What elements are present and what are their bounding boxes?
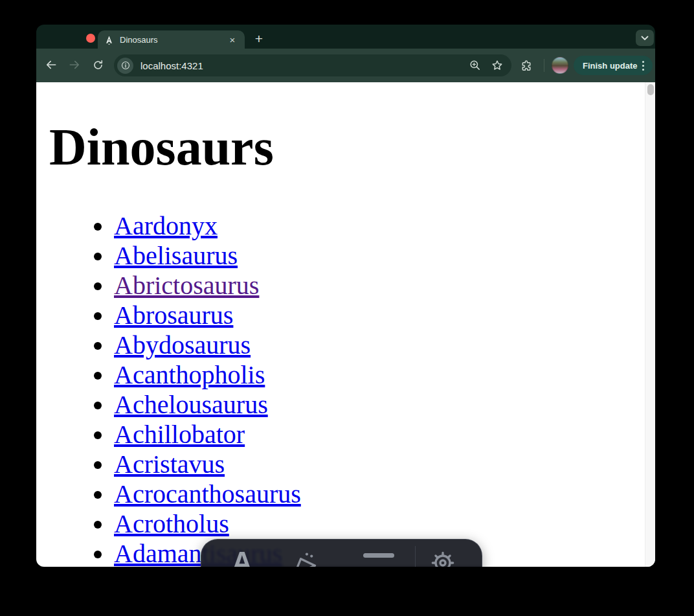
back-button[interactable] bbox=[40, 54, 62, 76]
inspect-arrow-icon[interactable] bbox=[289, 549, 320, 567]
tab-dinosaurs[interactable]: Dinosaurs × bbox=[98, 30, 245, 49]
astro-logo-icon[interactable]: A bbox=[226, 546, 258, 567]
list-item: Acanthopholis bbox=[114, 360, 642, 390]
tab-close-icon[interactable]: × bbox=[227, 34, 238, 45]
browser-window: Dinosaurs × + bbox=[36, 25, 655, 567]
dinosaur-link[interactable]: Achelousaurus bbox=[114, 390, 268, 419]
list-item: Abydosaurus bbox=[114, 330, 642, 360]
address-bar[interactable]: localhost:4321 bbox=[114, 54, 511, 76]
dinosaur-link[interactable]: Acrocanthosaurus bbox=[114, 479, 301, 508]
list-item: Abrictosaurus bbox=[114, 271, 642, 301]
finish-update-button[interactable]: Finish update bbox=[574, 56, 653, 75]
list-item: Acristavus bbox=[114, 450, 642, 479]
site-info-button[interactable] bbox=[117, 58, 133, 74]
extensions-button[interactable] bbox=[517, 56, 535, 74]
dev-toolbar-divider bbox=[415, 546, 416, 567]
forward-button[interactable] bbox=[63, 54, 85, 76]
chevron-down-icon bbox=[641, 36, 649, 41]
zoom-level-icon[interactable] bbox=[469, 59, 482, 72]
close-window-button[interactable] bbox=[86, 34, 95, 43]
list-item: Achillobator bbox=[114, 420, 642, 450]
scrollbar-thumb[interactable] bbox=[647, 84, 654, 95]
tab-search-button[interactable] bbox=[636, 30, 654, 46]
scrollbar-track[interactable] bbox=[645, 82, 655, 567]
page-content: Dinosaurs AardonyxAbelisaurusAbrictosaur… bbox=[36, 82, 655, 567]
dinosaur-link[interactable]: Achillobator bbox=[114, 420, 245, 449]
more-options-icon[interactable] bbox=[640, 59, 646, 73]
browser-toolbar: localhost:4321 bbox=[36, 49, 655, 82]
dinosaur-link[interactable]: Abrosaurus bbox=[114, 301, 233, 330]
list-item: Abelisaurus bbox=[114, 241, 642, 271]
dinosaur-list: AardonyxAbelisaurusAbrictosaurusAbrosaur… bbox=[49, 211, 642, 567]
dinosaur-link[interactable]: Acrotholus bbox=[114, 509, 229, 538]
list-item: Abrosaurus bbox=[114, 301, 642, 330]
puzzle-piece-icon bbox=[520, 59, 533, 73]
tab-title: Dinosaurs bbox=[120, 35, 158, 45]
astro-favicon-icon bbox=[104, 35, 114, 45]
tab-strip: Dinosaurs × + bbox=[36, 25, 655, 49]
reload-button[interactable] bbox=[87, 54, 109, 76]
url-text: localhost:4321 bbox=[140, 60, 469, 71]
new-tab-button[interactable]: + bbox=[251, 30, 267, 47]
astro-dev-toolbar: A bbox=[201, 539, 482, 567]
toolbar-divider bbox=[544, 59, 544, 72]
list-item: Achelousaurus bbox=[114, 390, 642, 420]
profile-avatar[interactable] bbox=[552, 57, 568, 74]
list-item: Acrocanthosaurus bbox=[114, 479, 642, 509]
dinosaur-link[interactable]: Acanthopholis bbox=[114, 360, 265, 389]
dinosaur-link[interactable]: Aardonyx bbox=[114, 211, 218, 240]
dinosaur-link[interactable]: Abrictosaurus bbox=[114, 271, 259, 300]
list-item: Acrotholus bbox=[114, 509, 642, 539]
dinosaur-link[interactable]: Acristavus bbox=[114, 450, 225, 479]
finish-update-label: Finish update bbox=[583, 61, 640, 71]
list-item: Aardonyx bbox=[114, 211, 642, 241]
dinosaur-link[interactable]: Abelisaurus bbox=[114, 241, 238, 270]
dinosaur-link[interactable]: Abydosaurus bbox=[114, 330, 251, 359]
info-icon bbox=[120, 60, 131, 71]
settings-gear-icon[interactable] bbox=[428, 548, 458, 567]
bookmark-star-icon[interactable] bbox=[491, 59, 504, 72]
page-title: Dinosaurs bbox=[49, 117, 642, 177]
highlight-dash-icon[interactable] bbox=[363, 553, 394, 558]
